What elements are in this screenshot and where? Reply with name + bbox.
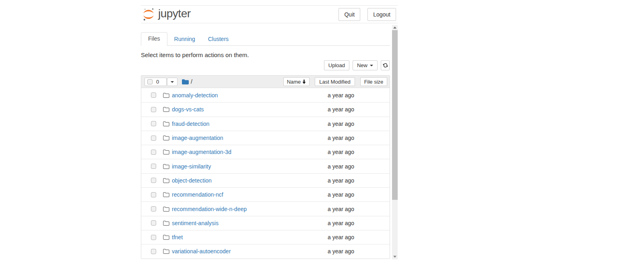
jupyter-logo[interactable]: jupyter — [141, 8, 191, 21]
folder-link[interactable]: sentiment-analysis — [172, 220, 219, 226]
chevron-down-icon — [171, 81, 174, 83]
select-filter-dropdown-button[interactable] — [167, 78, 178, 86]
new-button-label: New — [357, 62, 367, 68]
row-checkbox[interactable] — [151, 121, 156, 126]
logout-button[interactable]: Logout — [367, 8, 396, 21]
last-modified-value: a year ago — [328, 206, 354, 212]
breadcrumb-folder-icon[interactable] — [182, 79, 189, 85]
arrow-down-icon — [302, 80, 306, 84]
row-checkbox[interactable] — [151, 192, 156, 197]
action-toolbar: Upload New — [324, 60, 390, 70]
folder-icon — [163, 121, 169, 127]
table-row: image-similarity a year ago — [141, 159, 390, 173]
sort-last-modified-button[interactable]: Last Modified — [315, 77, 355, 86]
content-scroll-region: Files Running Clusters Select items to p… — [141, 25, 392, 259]
last-modified-value: a year ago — [328, 177, 354, 184]
table-row: fraud-detection a year ago — [141, 117, 390, 131]
table-row: tfnet a year ago — [141, 230, 390, 244]
last-modified-value: a year ago — [328, 135, 354, 141]
jupyter-logo-icon — [142, 8, 155, 21]
select-items-hint: Select items to perform actions on them. — [141, 51, 249, 58]
tab-clusters[interactable]: Clusters — [202, 33, 235, 45]
folder-icon — [163, 164, 169, 169]
file-rows: anomaly-detection a year ago dogs-vs-cat… — [141, 88, 390, 259]
folder-icon — [163, 135, 169, 141]
breadcrumb[interactable]: / — [191, 78, 192, 85]
last-modified-value: a year ago — [328, 149, 354, 155]
folder-link[interactable]: recommendation-wide-n-deep — [172, 206, 247, 212]
folder-link[interactable]: image-similarity — [172, 163, 211, 170]
row-checkbox[interactable] — [151, 206, 156, 211]
scrollbar-thumb[interactable] — [392, 30, 398, 200]
new-dropdown-button[interactable]: New — [353, 60, 378, 70]
last-modified-value: a year ago — [328, 121, 354, 127]
table-row: sentiment-analysis a year ago — [141, 216, 390, 230]
last-modified-value: a year ago — [328, 163, 354, 170]
folder-link[interactable]: image-augmentation-3d — [172, 149, 231, 155]
sort-name-button[interactable]: Name — [283, 77, 310, 86]
tab-bar: Files Running Clusters — [141, 33, 390, 46]
scrollbar-down-arrow[interactable] — [392, 254, 398, 259]
folder-link[interactable]: anomaly-detection — [172, 92, 218, 99]
scrollbar-up-arrow[interactable] — [392, 25, 398, 30]
refresh-icon — [383, 63, 388, 68]
jupyter-logo-text: jupyter — [158, 8, 191, 21]
folder-icon — [163, 107, 169, 112]
folder-link[interactable]: recommendation-ncf — [172, 191, 223, 198]
folder-link[interactable]: variational-autoencoder — [172, 248, 231, 255]
page-header: jupyter Quit Logout — [141, 5, 398, 23]
table-row: variational-autoencoder a year ago — [141, 244, 390, 258]
last-modified-value: a year ago — [328, 234, 354, 240]
last-modified-value: a year ago — [328, 92, 354, 99]
row-checkbox[interactable] — [151, 178, 156, 183]
sort-name-label: Name — [287, 79, 301, 85]
refresh-button[interactable] — [381, 60, 390, 70]
folder-link[interactable]: fraud-detection — [172, 121, 209, 127]
upload-button[interactable]: Upload — [324, 60, 349, 70]
table-row: anomaly-detection a year ago — [141, 88, 390, 102]
last-modified-value: a year ago — [328, 191, 354, 198]
last-modified-value: a year ago — [328, 220, 354, 226]
table-row: recommendation-ncf a year ago — [141, 187, 390, 201]
row-checkbox[interactable] — [151, 150, 156, 155]
tab-running[interactable]: Running — [168, 33, 201, 45]
row-checkbox[interactable] — [151, 235, 156, 240]
folder-icon — [163, 248, 169, 254]
row-checkbox[interactable] — [151, 107, 156, 112]
folder-link[interactable]: tfnet — [172, 234, 183, 240]
folder-icon — [163, 206, 169, 212]
folder-icon — [163, 178, 169, 183]
row-checkbox[interactable] — [151, 220, 156, 226]
folder-link[interactable]: dogs-vs-cats — [172, 106, 204, 113]
file-list: 0 / Name Last Modified — [141, 75, 390, 259]
file-list-header: 0 / Name Last Modified — [141, 76, 390, 88]
last-modified-value: a year ago — [328, 248, 354, 255]
tab-files[interactable]: Files — [141, 32, 167, 46]
table-row: image-augmentation-3d a year ago — [141, 145, 390, 159]
quit-button[interactable]: Quit — [339, 8, 360, 21]
folder-icon — [163, 234, 169, 240]
header-buttons: Quit Logout — [339, 8, 396, 21]
row-checkbox[interactable] — [151, 92, 156, 98]
selected-count: 0 — [156, 79, 159, 85]
sort-file-size-button[interactable]: File size — [360, 77, 387, 86]
scrollbar[interactable] — [392, 25, 398, 259]
folder-icon — [163, 149, 169, 155]
folder-link[interactable]: object-detection — [172, 177, 212, 184]
table-row: image-augmentation a year ago — [141, 131, 390, 145]
folder-link[interactable]: image-augmentation — [172, 135, 223, 141]
table-row: recommendation-wide-n-deep a year ago — [141, 201, 390, 216]
row-checkbox[interactable] — [151, 249, 156, 254]
folder-icon — [163, 192, 169, 197]
select-all-checkbox[interactable] — [147, 79, 153, 84]
last-modified-value: a year ago — [328, 106, 354, 113]
select-all-box[interactable]: 0 — [144, 78, 167, 86]
folder-icon — [163, 92, 169, 98]
jupyter-file-browser: jupyter Quit Logout Files Running Cluste… — [141, 0, 398, 273]
chevron-down-icon — [370, 65, 373, 66]
folder-icon — [163, 220, 169, 226]
table-row: object-detection a year ago — [141, 173, 390, 187]
table-row: dogs-vs-cats a year ago — [141, 102, 390, 116]
row-checkbox[interactable] — [151, 135, 156, 141]
row-checkbox[interactable] — [151, 164, 156, 169]
